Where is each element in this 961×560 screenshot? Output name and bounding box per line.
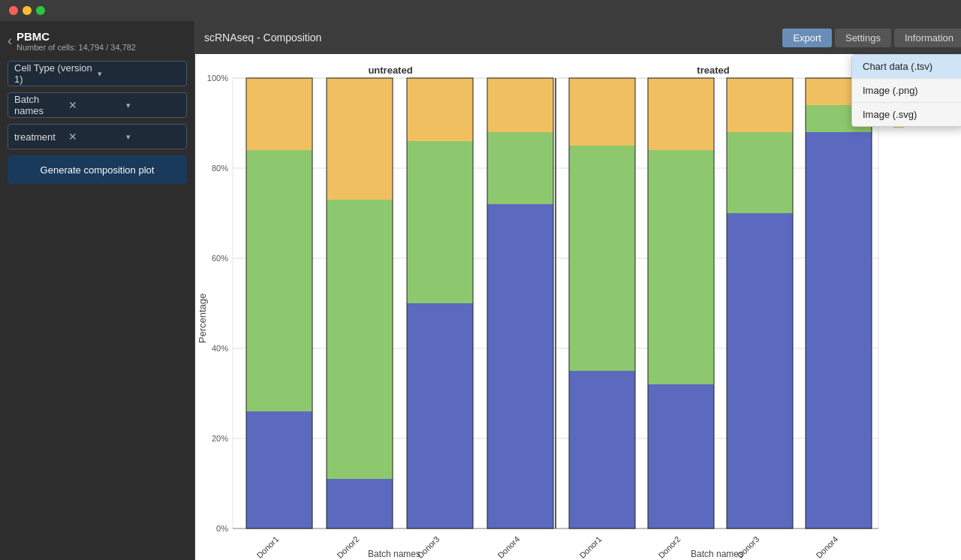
bar-treated-donor1-nk: [569, 78, 635, 146]
x-label-untreated-donor2: Donor2: [335, 534, 360, 558]
y-tick-60: 60%: [212, 254, 228, 263]
treatment-value: treatment: [14, 131, 68, 143]
export-png-item[interactable]: Image (.png): [852, 79, 961, 103]
chevron-down-icon: ▾: [98, 69, 181, 79]
bar-treated-donor1-bcell: [569, 371, 635, 528]
y-tick-0: 0%: [216, 524, 228, 533]
bar-treated-donor2-nk: [648, 78, 714, 150]
bar-untreated-donor4-bcell: [487, 204, 553, 528]
y-tick-100: 100%: [207, 74, 228, 83]
x-axis-label-treated: Batch names: [691, 549, 743, 558]
chart-area: scRNAseq - Composition Export Settings I…: [195, 21, 961, 560]
bar-treated-donor1-naiveT: [569, 146, 635, 371]
legend: B cell naive T cell natural killer cell: [886, 62, 961, 560]
x-label-treated-donor4: Donor4: [814, 534, 839, 558]
x-axis-label-untreated: Batch names: [368, 549, 420, 558]
bar-untreated-donor2-nk: [327, 78, 393, 200]
close-icon[interactable]: ✕: [68, 131, 122, 143]
bar-treated-donor2-naiveT: [648, 150, 714, 384]
batch-names-field[interactable]: Batch names ✕ ▾: [8, 92, 187, 118]
traffic-lights: [9, 6, 45, 15]
x-label-treated-donor1: Donor1: [577, 534, 603, 558]
app-title: scRNAseq - Composition: [204, 32, 321, 44]
bar-chart: Percentage 100% 80% 60% 40%: [195, 63, 886, 558]
export-svg-item[interactable]: Image (.svg): [852, 103, 961, 126]
sidebar: ‹ PBMC Number of cells: 14,794 / 34,782 …: [0, 21, 195, 560]
export-dropdown: Chart data (.tsv) Image (.png) Image (.s…: [851, 54, 961, 127]
bar-untreated-donor3-bcell: [407, 303, 473, 528]
information-button[interactable]: Information: [894, 29, 961, 47]
cell-type-value: Cell Type (version 1): [14, 62, 98, 85]
x-label-untreated-donor4: Donor4: [496, 534, 521, 558]
maximize-button[interactable]: [36, 6, 45, 15]
chevron-down-icon: ▾: [126, 132, 180, 142]
bar-untreated-donor3-naiveT: [407, 141, 473, 303]
cell-count: Number of cells: 14,794 / 34,782: [17, 43, 136, 52]
generate-plot-button[interactable]: Generate composition plot: [8, 155, 187, 184]
bar-treated-donor3-naiveT: [727, 132, 793, 213]
bar-treated-donor3-bcell: [727, 213, 793, 528]
bar-untreated-donor2-bcell: [327, 479, 393, 528]
y-tick-80: 80%: [212, 164, 228, 173]
top-nav: Export Settings Information: [782, 26, 961, 50]
bar-treated-donor4-bcell: [806, 132, 872, 528]
export-tsv-item[interactable]: Chart data (.tsv): [852, 55, 961, 79]
back-button[interactable]: ‹: [8, 33, 12, 49]
bar-untreated-donor2-naiveT: [327, 200, 393, 479]
bar-treated-donor3-nk: [727, 78, 793, 132]
bar-untreated-donor4-nk: [487, 78, 553, 132]
sidebar-header: ‹ PBMC Number of cells: 14,794 / 34,782: [8, 27, 187, 55]
export-button[interactable]: Export: [782, 29, 832, 47]
bar-untreated-donor1-naiveT: [246, 150, 312, 411]
bar-untreated-donor3-nk: [407, 78, 473, 141]
facet-title-untreated: untreated: [368, 65, 412, 76]
chevron-down-icon: ▾: [126, 101, 180, 110]
facet-title-treated: treated: [697, 65, 729, 76]
minimize-button[interactable]: [23, 6, 32, 15]
settings-button[interactable]: Settings: [835, 29, 891, 47]
y-tick-20: 20%: [212, 434, 228, 443]
chart-wrapper: Percentage 100% 80% 60% 40%: [195, 54, 961, 560]
top-bar: scRNAseq - Composition Export Settings I…: [195, 21, 961, 54]
bar-treated-donor2-bcell: [648, 384, 714, 528]
y-tick-40: 40%: [212, 344, 228, 353]
treatment-field[interactable]: treatment ✕ ▾: [8, 124, 187, 149]
chart-svg-container: Percentage 100% 80% 60% 40%: [195, 62, 886, 560]
batch-names-value: Batch names: [14, 94, 68, 116]
close-button[interactable]: [9, 6, 18, 15]
bar-untreated-donor1-bcell: [246, 411, 312, 528]
app-name: PBMC: [17, 30, 136, 43]
bar-untreated-donor1-nk: [246, 78, 312, 150]
cell-type-dropdown[interactable]: Cell Type (version 1) ▾: [8, 61, 187, 86]
y-axis-label: Percentage: [197, 294, 208, 344]
x-label-untreated-donor1: Donor1: [255, 534, 280, 558]
close-icon[interactable]: ✕: [68, 99, 122, 111]
bar-untreated-donor4-naiveT: [487, 132, 553, 204]
x-label-treated-donor2: Donor2: [656, 534, 682, 558]
titlebar: [0, 0, 961, 21]
